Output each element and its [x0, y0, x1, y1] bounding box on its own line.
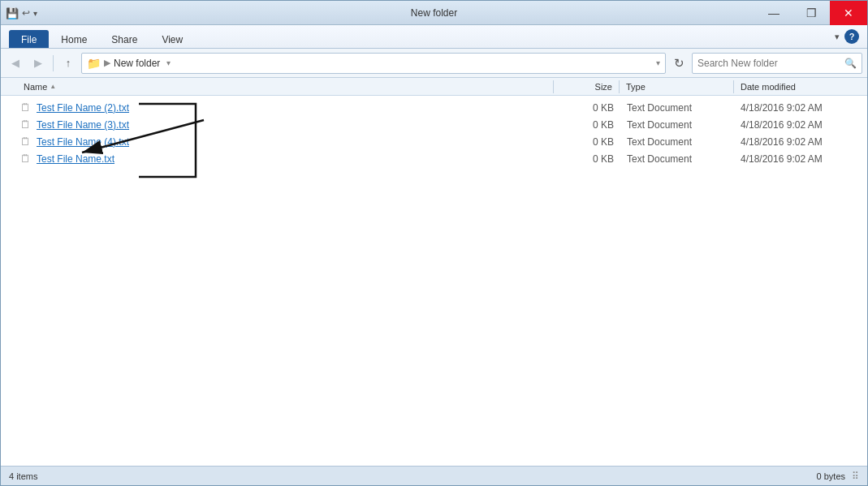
column-headers: Name ▲ Size Type Date modified: [1, 78, 867, 96]
qat-chevron[interactable]: ▾: [33, 9, 37, 18]
tab-home[interactable]: Home: [49, 30, 99, 48]
status-item-count: 4 items: [9, 471, 37, 481]
file-date: 4/18/2016 9:02 AM: [734, 119, 864, 131]
col-header-size[interactable]: Size: [554, 82, 619, 92]
resize-grip: ⠿: [852, 471, 859, 482]
refresh-button[interactable]: ↻: [669, 54, 689, 73]
close-button[interactable]: ✕: [830, 1, 867, 25]
maximize-button[interactable]: ❒: [792, 1, 830, 25]
address-bar: ◀ ▶ ↑ 📁 ▶ New folder ▾ ▾ ↻ 🔍: [1, 49, 867, 78]
ribbon-collapse-chevron[interactable]: ▾: [835, 32, 840, 42]
path-separator: ▶: [104, 58, 110, 68]
ribbon: File Home Share View ▾ ?: [1, 25, 867, 49]
file-icon: 🗒: [17, 135, 33, 148]
file-name: Test File Name (4).txt: [33, 136, 555, 148]
file-size: 0 KB: [555, 153, 620, 165]
file-date: 4/18/2016 9:02 AM: [734, 102, 864, 114]
file-size: 0 KB: [555, 102, 620, 114]
path-dropdown-arrow[interactable]: ▾: [166, 58, 171, 67]
file-size: 0 KB: [555, 119, 620, 131]
tab-file[interactable]: File: [9, 30, 49, 48]
file-name: Test File Name (3).txt: [33, 119, 555, 131]
file-date: 4/18/2016 9:02 AM: [734, 153, 864, 165]
forward-button[interactable]: ▶: [28, 54, 48, 73]
table-row[interactable]: 🗒 Test File Name (3).txt 0 KB Text Docum…: [1, 116, 867, 133]
file-name: Test File Name (2).txt: [33, 102, 555, 114]
table-row[interactable]: 🗒 Test File Name.txt 0 KB Text Document …: [1, 150, 867, 167]
minimize-button[interactable]: —: [755, 1, 792, 25]
help-button[interactable]: ?: [844, 29, 859, 44]
folder-icon: 📁: [87, 57, 101, 70]
back-button[interactable]: ◀: [6, 54, 25, 73]
file-size: 0 KB: [555, 136, 620, 148]
status-bar: 4 items 0 bytes ⠿: [1, 466, 867, 485]
search-input[interactable]: [697, 58, 841, 69]
file-name: Test File Name.txt: [33, 153, 555, 165]
up-button-divider: [53, 55, 54, 71]
col-header-date[interactable]: Date modified: [734, 82, 864, 92]
file-icon: 🗒: [17, 153, 33, 166]
file-type: Text Document: [620, 102, 734, 114]
table-row[interactable]: 🗒 Test File Name (2).txt 0 KB Text Docum…: [1, 99, 867, 116]
sort-arrow: ▲: [50, 83, 56, 90]
path-end-dropdown[interactable]: ▾: [656, 58, 660, 67]
search-icon: 🔍: [844, 58, 857, 69]
tab-view[interactable]: View: [149, 30, 195, 48]
qat-icon-undo[interactable]: ↩: [22, 7, 30, 19]
file-type: Text Document: [620, 153, 734, 165]
window: 💾 ↩ ▾ New folder — ❒ ✕ File Home: [0, 0, 868, 486]
file-icon: 🗒: [17, 118, 33, 131]
address-path[interactable]: 📁 ▶ New folder ▾ ▾: [81, 53, 666, 74]
table-row[interactable]: 🗒 Test File Name (4).txt 0 KB Text Docum…: [1, 133, 867, 150]
status-size: 0 bytes: [817, 471, 845, 481]
search-box[interactable]: 🔍: [692, 53, 862, 74]
path-folder-name: New folder: [114, 58, 160, 69]
file-type: Text Document: [620, 119, 734, 131]
file-type: Text Document: [620, 136, 734, 148]
qat-icon-save[interactable]: 💾: [6, 7, 19, 19]
tab-share[interactable]: Share: [99, 30, 149, 48]
file-icon: 🗒: [17, 101, 33, 114]
up-button[interactable]: ↑: [58, 54, 78, 73]
col-header-type[interactable]: Type: [620, 82, 733, 92]
col-header-name[interactable]: Name ▲: [17, 82, 553, 92]
file-area: 🗒 Test File Name (2).txt 0 KB Text Docum…: [1, 96, 867, 466]
file-date: 4/18/2016 9:02 AM: [734, 136, 864, 148]
